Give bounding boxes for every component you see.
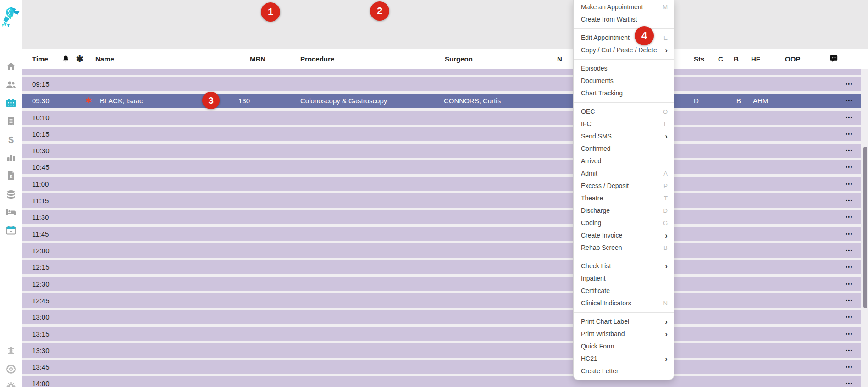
schedule-row[interactable]: 12:00 ••• <box>22 243 861 258</box>
schedule-row[interactable]: 11:00 ••• <box>22 177 861 191</box>
sidebar-add-booking-icon[interactable] <box>6 225 17 236</box>
menu-item-chart-tracking[interactable]: Chart Tracking <box>574 87 674 100</box>
sidebar-settings-gear-icon[interactable] <box>6 381 17 387</box>
column-oop: OOP <box>785 49 800 69</box>
patient-name-link[interactable]: BLACK, Isaac <box>100 94 143 108</box>
schedule-row[interactable]: 10:30 ••• <box>22 144 861 158</box>
menu-item-coding[interactable]: Coding G <box>574 217 674 229</box>
schedule-row[interactable]: 12:30 ••• <box>22 277 861 291</box>
sidebar-audit-detective-icon[interactable] <box>6 345 17 356</box>
schedule-row[interactable]: 11:15 ••• <box>22 194 861 208</box>
schedule-row-selected-appointment[interactable]: 09:30 ✱ BLACK, Isaac 130 Colonoscopy & G… <box>22 94 861 108</box>
column-b: B <box>734 49 739 69</box>
row-actions-button[interactable]: ••• <box>846 194 853 208</box>
column-sts: Sts <box>694 49 704 69</box>
schedule-row[interactable]: 10:10 ••• <box>22 111 861 125</box>
menu-item-make-an-appointment[interactable]: Make an Appointment M <box>574 1 674 13</box>
row-actions-button[interactable]: ••• <box>846 177 853 191</box>
schedule-row[interactable]: 11:30 ••• <box>22 210 861 224</box>
schedule-row[interactable]: 13:30 ••• <box>22 343 861 358</box>
menu-item-create-invoice[interactable]: Create Invoice › <box>574 229 674 242</box>
sidebar-patients-icon[interactable] <box>6 79 17 90</box>
sidebar-billing-dollar-icon[interactable]: $ <box>6 134 17 145</box>
menu-item-print-chart-label[interactable]: Print Chart Label › <box>574 315 674 328</box>
menu-separator <box>574 312 674 313</box>
menu-item-theatre[interactable]: Theatre T <box>574 192 674 205</box>
svg-text:$: $ <box>10 174 12 179</box>
sidebar-appointments-calendar-icon[interactable] <box>6 98 17 109</box>
submenu-arrow-icon: › <box>665 130 668 143</box>
menu-item-admit[interactable]: Admit A <box>574 167 674 180</box>
menu-item-edit-appointment[interactable]: Edit Appointment E <box>574 32 674 44</box>
schedule-grid: 09:15 ••• 09:30 ✱ BLACK, Isaac 130 Colon… <box>22 69 868 387</box>
annotation-badge-4: 4 <box>635 26 654 45</box>
schedule-row[interactable]: 10:15 ••• <box>22 127 861 141</box>
menu-item-documents[interactable]: Documents <box>574 75 674 87</box>
menu-item-confirmed[interactable]: Confirmed <box>574 143 674 155</box>
annotation-badge-1: 1 <box>261 2 280 22</box>
menu-item-discharge[interactable]: Discharge D <box>574 205 674 217</box>
menu-item-episodes[interactable]: Episodes <box>574 62 674 75</box>
menu-item-check-list[interactable]: Check List › <box>574 260 674 272</box>
vertical-scrollbar[interactable] <box>863 147 867 308</box>
menu-item-ifc[interactable]: IFC F <box>574 118 674 130</box>
alert-asterisk-icon: ✱ <box>85 94 92 108</box>
menu-item-create-letter[interactable]: Create Letter <box>574 365 674 377</box>
sidebar-help-lifebuoy-icon[interactable] <box>6 364 17 375</box>
sidebar-invoice-icon[interactable]: $ <box>6 170 17 181</box>
menu-item-rehab-screen[interactable]: Rehab Screen B <box>574 242 674 254</box>
row-actions-button[interactable]: ••• <box>846 293 853 308</box>
menu-item-quick-form[interactable]: Quick Form <box>574 340 674 353</box>
sidebar-reports-chart-icon[interactable] <box>6 152 17 163</box>
row-actions-button[interactable]: ••• <box>846 160 853 174</box>
row-actions-button[interactable]: ••• <box>846 127 853 141</box>
menu-item-clinical-indicators[interactable]: Clinical Indicators N <box>574 297 674 310</box>
bell-icon <box>61 49 70 69</box>
menu-item-inpatient[interactable]: Inpatient <box>574 272 674 285</box>
menu-item-send-sms[interactable]: Send SMS › <box>574 130 674 143</box>
menu-item-hc21[interactable]: HC21 › <box>574 353 674 365</box>
column-c: C <box>718 49 723 69</box>
sidebar-database-icon[interactable] <box>6 189 17 200</box>
schedule-row[interactable]: 13:45 ••• <box>22 360 861 374</box>
column-mrn: MRN <box>250 49 265 69</box>
sidebar-receipt-icon[interactable] <box>6 116 17 127</box>
row-actions-button[interactable]: ••• <box>846 360 853 374</box>
submenu-arrow-icon: › <box>665 260 668 272</box>
row-actions-button[interactable]: ••• <box>846 243 853 258</box>
sidebar-bed-icon[interactable] <box>6 206 17 217</box>
row-actions-button[interactable]: ••• <box>846 77 853 91</box>
schedule-row[interactable]: 13:15 ••• <box>22 327 861 341</box>
menu-item-certificate[interactable]: Certificate <box>574 285 674 297</box>
menu-item-copy-cut-paste-delete[interactable]: Copy / Cut / Paste / Delete › <box>574 44 674 56</box>
row-actions-button[interactable]: ••• <box>846 94 853 108</box>
menu-item-arrived[interactable]: Arrived <box>574 155 674 167</box>
row-actions-button[interactable]: ••• <box>846 210 853 224</box>
appointment-context-menu: Make an Appointment M Create from Waitli… <box>573 0 674 380</box>
row-actions-button[interactable]: ••• <box>846 144 853 158</box>
menu-item-create-from-waitlist[interactable]: Create from Waitlist <box>574 13 674 26</box>
row-actions-button[interactable]: ••• <box>846 327 853 341</box>
row-actions-button[interactable]: ••• <box>846 343 853 358</box>
schedule-row[interactable]: 12:15 ••• <box>22 260 861 274</box>
menu-item-print-wristband[interactable]: Print Wristband › <box>574 328 674 340</box>
row-actions-button[interactable]: ••• <box>846 277 853 291</box>
schedule-row-partial[interactable] <box>22 69 861 75</box>
schedule-row[interactable]: 14:00 ••• <box>22 376 861 387</box>
row-actions-button[interactable]: ••• <box>846 227 853 241</box>
schedule-row[interactable]: 10:45 ••• <box>22 160 861 174</box>
top-header-bar <box>22 0 868 49</box>
menu-item-oec[interactable]: OEC O <box>574 105 674 118</box>
row-actions-button[interactable]: ••• <box>846 111 853 125</box>
schedule-row[interactable]: 13:00 ••• <box>22 310 861 324</box>
schedule-row[interactable]: 12:45 ••• <box>22 293 861 308</box>
menu-item-excess-deposit[interactable]: Excess / Deposit P <box>574 180 674 192</box>
schedule-row[interactable]: 11:45 ••• <box>22 227 861 241</box>
row-actions-button[interactable]: ••• <box>846 376 853 387</box>
patient-mrn: 130 <box>238 94 250 108</box>
submenu-arrow-icon: › <box>665 44 668 56</box>
sidebar-home-icon[interactable] <box>6 61 17 72</box>
row-actions-button[interactable]: ••• <box>846 310 853 324</box>
row-actions-button[interactable]: ••• <box>846 260 853 274</box>
schedule-row[interactable]: 09:15 ••• <box>22 77 861 91</box>
